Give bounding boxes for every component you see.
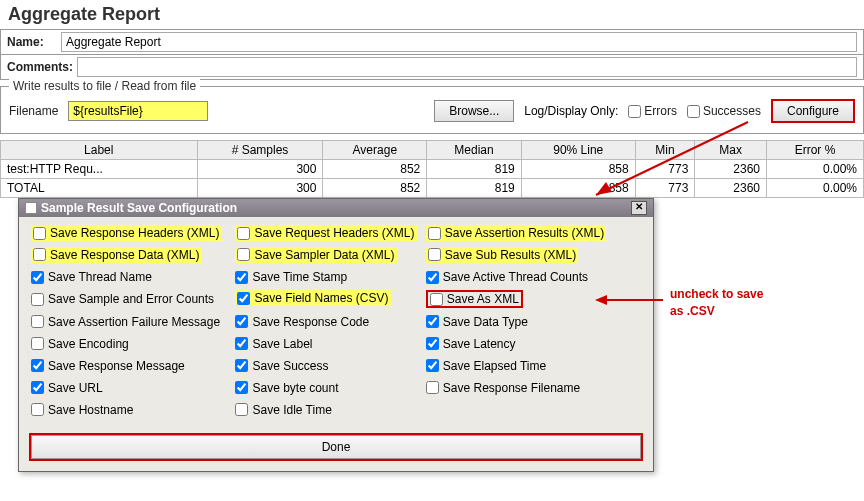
comments-label: Comments: xyxy=(7,60,73,74)
errors-label: Errors xyxy=(644,104,677,118)
annotation-note: uncheck to saveas .CSV xyxy=(670,286,763,320)
cb-encoding[interactable] xyxy=(31,337,44,350)
cb-thread-name[interactable] xyxy=(31,271,44,284)
col-min[interactable]: Min xyxy=(635,141,695,160)
cb-field-names[interactable] xyxy=(237,292,250,305)
cb-url[interactable] xyxy=(31,381,44,394)
fieldset-legend: Write results to file / Read from file xyxy=(9,79,200,93)
cb-data-type[interactable] xyxy=(426,315,439,328)
errors-checkbox[interactable] xyxy=(628,105,641,118)
dialog-title: Sample Result Save Configuration xyxy=(41,201,237,215)
browse-button[interactable]: Browse... xyxy=(434,100,514,122)
cb-active-threads[interactable] xyxy=(426,271,439,284)
cb-time-stamp[interactable] xyxy=(235,271,248,284)
cb-resp-msg[interactable] xyxy=(31,359,44,372)
comments-input[interactable] xyxy=(77,57,857,77)
filename-input[interactable] xyxy=(68,101,208,121)
col-max[interactable]: Max xyxy=(695,141,767,160)
col-p90[interactable]: 90% Line xyxy=(521,141,635,160)
cb-sampler-data[interactable] xyxy=(237,248,250,261)
cb-sample-error[interactable] xyxy=(31,293,44,306)
cb-elapsed[interactable] xyxy=(426,359,439,372)
results-table: Label # Samples Average Median 90% Line … xyxy=(0,140,864,198)
save-config-dialog: Sample Result Save Configuration ✕ Save … xyxy=(18,198,654,472)
name-input[interactable] xyxy=(61,32,857,52)
page-title: Aggregate Report xyxy=(0,0,864,29)
cb-idle-time[interactable] xyxy=(235,403,248,416)
filename-label: Filename xyxy=(9,104,58,118)
cb-save-as-xml[interactable] xyxy=(430,293,443,306)
dialog-icon xyxy=(25,202,37,214)
cb-byte-count[interactable] xyxy=(235,381,248,394)
table-row: TOTAL 300 852 819 858 773 2360 0.00% xyxy=(1,179,864,198)
configure-button[interactable]: Configure xyxy=(771,99,855,123)
cb-resp-code[interactable] xyxy=(235,315,248,328)
cb-assert-fail-msg[interactable] xyxy=(31,315,44,328)
cb-resp-data[interactable] xyxy=(33,248,46,261)
cb-req-headers[interactable] xyxy=(237,227,250,240)
cb-hostname[interactable] xyxy=(31,403,44,416)
cb-resp-headers[interactable] xyxy=(33,227,46,240)
cb-label[interactable] xyxy=(235,337,248,350)
col-error[interactable]: Error % xyxy=(767,141,864,160)
table-row: test:HTTP Requ... 300 852 819 858 773 23… xyxy=(1,160,864,179)
cb-sub-results[interactable] xyxy=(428,248,441,261)
cb-resp-filename[interactable] xyxy=(426,381,439,394)
done-button[interactable]: Done xyxy=(31,435,641,459)
col-average[interactable]: Average xyxy=(323,141,427,160)
col-median[interactable]: Median xyxy=(427,141,522,160)
col-samples[interactable]: # Samples xyxy=(197,141,323,160)
cb-assert-results[interactable] xyxy=(428,227,441,240)
cb-latency[interactable] xyxy=(426,337,439,350)
successes-label: Successes xyxy=(703,104,761,118)
logdisplay-label: Log/Display Only: xyxy=(524,104,618,118)
name-label: Name: xyxy=(7,35,57,49)
close-icon[interactable]: ✕ xyxy=(631,201,647,215)
col-label[interactable]: Label xyxy=(1,141,198,160)
cb-success[interactable] xyxy=(235,359,248,372)
successes-checkbox[interactable] xyxy=(687,105,700,118)
